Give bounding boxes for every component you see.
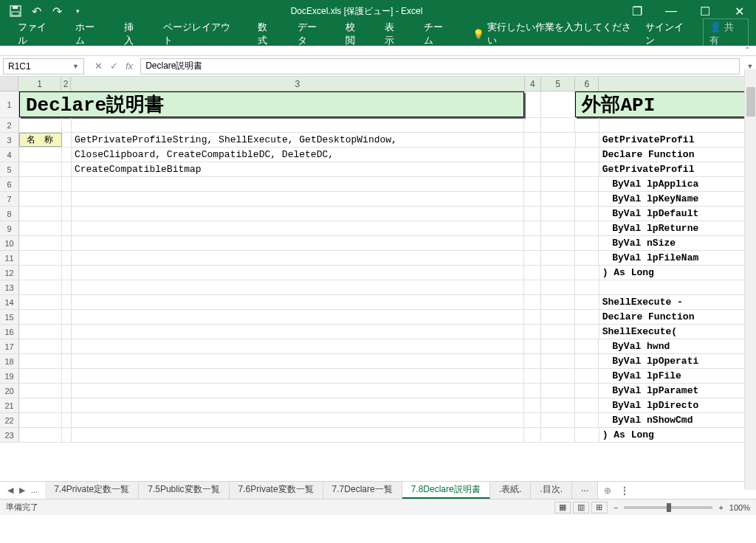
cell[interactable]: ByVal nSize — [599, 236, 756, 250]
tab-home[interactable]: ホーム — [65, 22, 114, 46]
cell[interactable] — [62, 221, 72, 235]
cell[interactable] — [62, 354, 72, 368]
cell[interactable] — [524, 398, 540, 412]
cell[interactable] — [524, 251, 540, 265]
formula-input[interactable] — [140, 58, 740, 75]
cell[interactable] — [524, 295, 541, 309]
cell[interactable] — [541, 398, 576, 412]
row-header[interactable]: 17 — [0, 339, 19, 353]
cell[interactable] — [72, 428, 524, 442]
cell[interactable] — [524, 325, 541, 339]
cell[interactable] — [541, 207, 576, 221]
cell[interactable] — [541, 148, 576, 162]
cancel-icon[interactable]: ✕ — [94, 60, 103, 72]
page-layout-view-icon[interactable]: ▥ — [573, 502, 589, 513]
cell[interactable] — [541, 280, 576, 294]
cell[interactable]: ByVal lpFile — [599, 369, 756, 383]
cell[interactable] — [19, 251, 62, 265]
cell[interactable] — [541, 325, 576, 339]
row-header[interactable]: 22 — [0, 413, 19, 427]
col-header[interactable]: 5 — [541, 77, 575, 91]
cell[interactable] — [575, 192, 599, 206]
cell[interactable] — [524, 207, 540, 221]
cell[interactable] — [72, 384, 524, 398]
zoom-level[interactable]: 100% — [729, 503, 750, 512]
cell[interactable] — [62, 428, 72, 442]
col-header[interactable]: 4 — [525, 77, 541, 91]
cell[interactable] — [524, 236, 540, 250]
cell[interactable] — [575, 280, 599, 294]
cell[interactable] — [62, 266, 72, 280]
cell[interactable] — [541, 133, 576, 147]
cell[interactable] — [541, 428, 576, 442]
spreadsheet-grid[interactable]: 1 2 3 4 5 6 1Declare説明書外部API23名 称GetPriv… — [0, 77, 756, 481]
cell[interactable] — [541, 339, 576, 353]
row-header[interactable]: 20 — [0, 384, 19, 398]
cell[interactable] — [524, 221, 540, 235]
sheet-nav-prev[interactable]: ◀ — [7, 485, 13, 495]
cell[interactable] — [575, 266, 599, 280]
title-cell[interactable]: Declare説明書 — [19, 91, 524, 117]
fx-icon[interactable]: fx — [126, 60, 133, 72]
row-header[interactable]: 1 — [0, 91, 19, 117]
cell[interactable] — [524, 413, 540, 427]
row-header[interactable]: 2 — [0, 118, 19, 132]
cell[interactable]: ByVal lpOperati — [599, 354, 756, 368]
title-cell[interactable]: 外部API — [575, 91, 756, 117]
cell[interactable]: ShellExecute - — [599, 295, 756, 309]
cell[interactable] — [19, 118, 62, 132]
cell[interactable] — [575, 369, 599, 383]
cell[interactable] — [575, 207, 599, 221]
cell[interactable] — [62, 413, 72, 427]
cell[interactable] — [524, 310, 541, 324]
col-header[interactable]: 2 — [61, 77, 71, 91]
cell[interactable] — [19, 339, 62, 353]
row-header[interactable]: 3 — [0, 133, 19, 147]
cell[interactable]: Declare Function — [599, 310, 756, 324]
cell[interactable] — [62, 177, 72, 191]
cell[interactable] — [575, 310, 599, 324]
cell[interactable] — [575, 413, 599, 427]
cell[interactable] — [72, 310, 524, 324]
cell[interactable] — [575, 251, 599, 265]
cell[interactable]: ByVal lpReturne — [599, 221, 756, 235]
row-header[interactable]: 18 — [0, 354, 19, 368]
cell[interactable] — [19, 398, 62, 412]
sheet-nav-more[interactable]: ... — [31, 485, 38, 495]
cell[interactable] — [62, 398, 72, 412]
cell[interactable] — [524, 148, 541, 162]
sheet-tab[interactable]: .表紙. — [490, 482, 532, 499]
cell[interactable] — [541, 177, 576, 191]
cell[interactable] — [19, 162, 62, 176]
sheet-tab[interactable]: 7.7Declare一覧 — [323, 482, 402, 499]
cell[interactable] — [541, 91, 576, 117]
zoom-in-button[interactable]: + — [718, 503, 723, 512]
cell[interactable] — [62, 236, 72, 250]
chevron-down-icon[interactable]: ▼ — [72, 63, 79, 70]
cell[interactable] — [62, 339, 72, 353]
cell[interactable] — [524, 177, 540, 191]
cell[interactable]: ByVal lpParamet — [599, 384, 756, 398]
tab-team[interactable]: チーム — [413, 22, 462, 46]
cell[interactable]: ByVal lpDefault — [599, 207, 756, 221]
cell[interactable] — [72, 207, 524, 221]
normal-view-icon[interactable]: ▦ — [554, 502, 571, 513]
cell[interactable] — [62, 384, 72, 398]
tab-pagelayout[interactable]: ページレイアウト — [153, 22, 247, 46]
cell[interactable] — [575, 354, 599, 368]
tab-view[interactable]: 表示 — [374, 22, 413, 46]
row-header[interactable]: 6 — [0, 177, 19, 191]
row-header[interactable]: 19 — [0, 369, 19, 383]
cell[interactable] — [62, 295, 72, 309]
col-header[interactable]: 3 — [71, 77, 525, 91]
cell[interactable] — [575, 162, 599, 176]
cell[interactable] — [19, 325, 62, 339]
cell[interactable] — [541, 295, 576, 309]
cell[interactable] — [72, 280, 524, 294]
cell[interactable] — [599, 280, 756, 294]
tab-review[interactable]: 校閲 — [335, 22, 374, 46]
row-header[interactable]: 9 — [0, 221, 19, 235]
cell[interactable] — [524, 369, 540, 383]
page-break-view-icon[interactable]: ⊞ — [591, 502, 608, 513]
zoom-out-button[interactable]: − — [614, 503, 618, 512]
